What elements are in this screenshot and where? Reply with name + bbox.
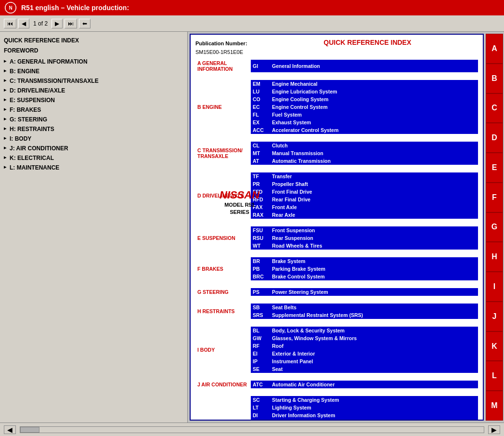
sidebar-item[interactable]: G: STEERING	[4, 115, 183, 124]
last-page-button[interactable]: ⏭	[65, 19, 77, 28]
sidebar-item[interactable]: E: SUSPENSION	[4, 95, 183, 105]
table-row[interactable]: B ENGINEEMEngine Mechanical	[195, 80, 478, 88]
sidebar-item[interactable]: D: DRIVELINE/AXLE	[4, 86, 183, 95]
desc-cell[interactable]: Starting & Charging System	[269, 396, 478, 404]
code-cell[interactable]: CO	[251, 95, 269, 103]
code-cell[interactable]: TF	[251, 172, 269, 180]
table-row[interactable]: J AIR CONDITIONERATCAutomatic Air Condit…	[195, 381, 478, 388]
code-cell[interactable]: ATC	[251, 381, 269, 388]
code-cell[interactable]: RSU	[251, 234, 269, 242]
desc-cell[interactable]: Rear Axle	[269, 211, 478, 219]
desc-cell[interactable]: Seat	[269, 365, 478, 373]
sidebar-item[interactable]: A: GENERAL INFORMATION	[4, 57, 183, 66]
code-cell[interactable]: PS	[251, 288, 269, 296]
code-cell[interactable]: LU	[251, 88, 269, 95]
table-row[interactable]: G STEERINGPSPower Steering System	[195, 288, 478, 296]
desc-cell[interactable]: Accelerator Control System	[269, 126, 478, 134]
prev-page-button[interactable]: ◀	[18, 19, 29, 28]
alpha-item-f[interactable]: F	[486, 183, 503, 212]
desc-cell[interactable]: Power Steering System	[269, 288, 478, 296]
code-cell[interactable]: PB	[251, 265, 269, 273]
desc-cell[interactable]: Rear Final Drive	[269, 196, 478, 203]
alpha-item-j[interactable]: J	[486, 302, 503, 331]
desc-cell[interactable]: Propeller Shaft	[269, 180, 478, 188]
desc-cell[interactable]: Front Axle	[269, 203, 478, 211]
desc-cell[interactable]: Automatic Transmission	[269, 157, 478, 165]
table-row[interactable]: E SUSPENSIONFSUFront Suspension	[195, 226, 478, 234]
code-cell[interactable]: SE	[251, 365, 269, 373]
alpha-item-d[interactable]: D	[486, 123, 503, 153]
back-button[interactable]: ⬅	[79, 19, 90, 28]
next-page-button[interactable]: ▶	[52, 19, 63, 28]
code-cell[interactable]: RF	[251, 342, 269, 350]
code-cell[interactable]: EX	[251, 119, 269, 126]
scroll-left-button[interactable]: ◀	[4, 425, 16, 434]
table-row[interactable]: I BODYBLBody, Lock & Security System	[195, 327, 478, 334]
alpha-item-c[interactable]: C	[486, 93, 503, 123]
desc-cell[interactable]: Instrument Panel	[269, 357, 478, 365]
code-cell[interactable]: SC	[251, 396, 269, 404]
code-cell[interactable]: FSU	[251, 226, 269, 234]
code-cell[interactable]: WT	[251, 242, 269, 250]
desc-cell[interactable]: Lighting System	[269, 404, 478, 411]
code-cell[interactable]: WW	[251, 419, 269, 421]
desc-cell[interactable]: Glasses, Window System & Mirrors	[269, 334, 478, 342]
sidebar-item[interactable]: C: TRANSMISSION/TRANSAXLE	[4, 76, 183, 86]
desc-cell[interactable]: Road Wheels & Tires	[269, 242, 478, 250]
table-row[interactable]: D DRIVELINE/AXLETFTransfer	[195, 172, 478, 180]
desc-cell[interactable]: Engine Cooling System	[269, 95, 478, 103]
code-cell[interactable]: PR	[251, 180, 269, 188]
sidebar-item[interactable]: J: AIR CONDITIONER	[4, 144, 183, 153]
desc-cell[interactable]: Transfer	[269, 172, 478, 180]
sidebar-item[interactable]: L: MAINTENANCE	[4, 163, 183, 172]
code-cell[interactable]: EM	[251, 80, 269, 88]
code-cell[interactable]: LT	[251, 404, 269, 411]
table-row[interactable]: F BRAKESBRBrake System	[195, 257, 478, 265]
first-page-button[interactable]: ⏮	[4, 19, 16, 28]
code-cell[interactable]: AT	[251, 157, 269, 165]
sidebar-item[interactable]: H: RESTRAINTS	[4, 124, 183, 134]
desc-cell[interactable]: Supplemental Restraint System (SRS)	[269, 311, 478, 319]
sidebar-item[interactable]: I: BODY	[4, 134, 183, 144]
desc-cell[interactable]: Rear Suspension	[269, 234, 478, 242]
desc-cell[interactable]: Fuel System	[269, 111, 478, 119]
desc-cell[interactable]: General Information	[269, 60, 478, 72]
alpha-item-m[interactable]: M	[486, 391, 503, 421]
code-cell[interactable]: DI	[251, 411, 269, 419]
scroll-right-button[interactable]: ▶	[488, 425, 500, 434]
table-row[interactable]: K ELECTRICALSCStarting & Charging System	[195, 396, 478, 404]
code-cell[interactable]: EI	[251, 350, 269, 357]
desc-cell[interactable]: Driver Information System	[269, 411, 478, 419]
sidebar-item[interactable]: B: ENGINE	[4, 66, 183, 76]
horizontal-scrollbar[interactable]	[20, 426, 484, 433]
code-cell[interactable]: GW	[251, 334, 269, 342]
code-cell[interactable]: GI	[251, 60, 269, 72]
sidebar-item[interactable]: K: ELECTRICAL	[4, 153, 183, 163]
code-cell[interactable]: BRC	[251, 273, 269, 280]
desc-cell[interactable]: Engine Mechanical	[269, 80, 478, 88]
desc-cell[interactable]: Automatic Air Conditioner	[269, 381, 478, 388]
alpha-item-e[interactable]: E	[486, 153, 503, 183]
alpha-item-a[interactable]: A	[486, 34, 503, 64]
alpha-item-b[interactable]: B	[486, 64, 503, 93]
desc-cell[interactable]: Brake System	[269, 257, 478, 265]
desc-cell[interactable]: Exterior & Interior	[269, 350, 478, 357]
desc-cell[interactable]: Seat Belts	[269, 304, 478, 311]
desc-cell[interactable]: Engine Control System	[269, 103, 478, 111]
desc-cell[interactable]: Wiper, Washer & Horn	[269, 419, 478, 421]
desc-cell[interactable]: Engine Lubrication System	[269, 88, 478, 95]
alpha-item-i[interactable]: I	[486, 272, 503, 302]
code-cell[interactable]: CL	[251, 142, 269, 149]
desc-cell[interactable]: Brake Control System	[269, 273, 478, 280]
desc-cell[interactable]: Clutch	[269, 142, 478, 149]
desc-cell[interactable]: Front Suspension	[269, 226, 478, 234]
code-cell[interactable]: SB	[251, 304, 269, 311]
sidebar-item[interactable]: F: BRAKES	[4, 105, 183, 115]
code-cell[interactable]: BR	[251, 257, 269, 265]
alpha-item-k[interactable]: K	[486, 331, 503, 361]
desc-cell[interactable]: Roof	[269, 342, 478, 350]
alpha-item-g[interactable]: G	[486, 212, 503, 242]
table-row[interactable]: C TRANSMISSION/ TRANSAXLECLClutch	[195, 142, 478, 149]
table-row[interactable]: H RESTRAINTSSBSeat Belts	[195, 304, 478, 311]
code-cell[interactable]: ACC	[251, 126, 269, 134]
